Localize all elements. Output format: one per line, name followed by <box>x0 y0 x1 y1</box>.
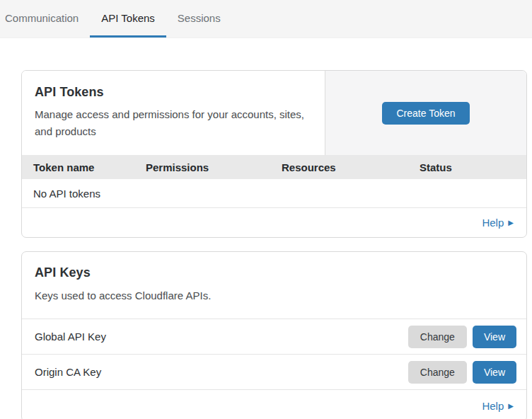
api-keys-help-row: Help ▶ <box>22 390 526 419</box>
api-tokens-description: Manage access and permissions for your a… <box>35 106 312 140</box>
api-keys-card: API Keys Keys used to access Cloudflare … <box>21 251 527 419</box>
help-link-label: Help <box>482 400 504 412</box>
key-name: Origin CA Key <box>35 366 408 378</box>
api-tokens-card-header-text: API Tokens Manage access and permissions… <box>22 71 325 155</box>
api-tokens-action-panel: Create Token <box>325 71 526 155</box>
api-tokens-help-link[interactable]: Help ▶ <box>482 217 514 229</box>
tab-sessions[interactable]: Sessions <box>166 0 232 38</box>
api-keys-description: Keys used to access Cloudflare APIs. <box>35 287 318 304</box>
view-origin-ca-key-button[interactable]: View <box>473 361 516 384</box>
api-tokens-card: API Tokens Manage access and permissions… <box>21 70 527 238</box>
view-global-api-key-button[interactable]: View <box>473 326 516 348</box>
api-keys-card-header: API Keys Keys used to access Cloudflare … <box>22 252 526 319</box>
tab-api-tokens[interactable]: API Tokens <box>90 0 166 38</box>
change-global-api-key-button[interactable]: Change <box>408 326 467 348</box>
api-keys-help-link[interactable]: Help ▶ <box>482 400 514 412</box>
tab-communication[interactable]: Communication <box>5 0 90 38</box>
help-link-label: Help <box>482 217 504 229</box>
api-tokens-help-row: Help ▶ <box>22 208 526 237</box>
api-tokens-title: API Tokens <box>35 85 312 100</box>
key-row-global-api-key: Global API Key Change View <box>22 319 526 355</box>
column-header-token-name: Token name <box>33 161 146 173</box>
api-tokens-card-header: API Tokens Manage access and permissions… <box>22 71 526 155</box>
key-name: Global API Key <box>35 331 408 343</box>
column-header-resources: Resources <box>282 161 420 173</box>
help-arrow-icon: ▶ <box>508 402 514 410</box>
change-origin-ca-key-button[interactable]: Change <box>408 361 467 384</box>
token-table-header: Token name Permissions Resources Status <box>22 155 526 179</box>
column-header-permissions: Permissions <box>146 161 282 173</box>
api-keys-title: API Keys <box>35 265 514 280</box>
key-row-origin-ca-key: Origin CA Key Change View <box>22 355 526 390</box>
column-header-status: Status <box>420 161 526 173</box>
help-arrow-icon: ▶ <box>508 219 514 226</box>
token-table-empty-row: No API tokens <box>22 179 526 208</box>
tab-bar: Communication API Tokens Sessions <box>0 0 532 38</box>
create-token-button[interactable]: Create Token <box>382 102 469 125</box>
empty-message: No API tokens <box>33 188 100 200</box>
